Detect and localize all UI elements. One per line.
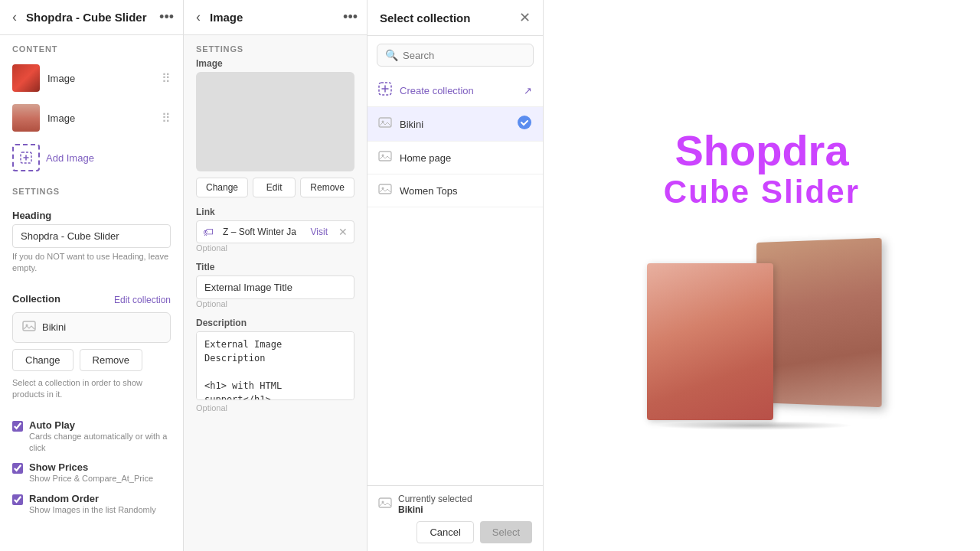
list-item[interactable]: Image ⠿ [0, 58, 183, 98]
cube-preview [647, 240, 877, 424]
currently-selected-row: Currently selected Bikini [378, 494, 532, 515]
cube-face-right [756, 238, 882, 407]
mid-settings-label: SETTINGS [184, 35, 367, 58]
collection-change-button[interactable]: Change [12, 349, 74, 371]
app-title: Shopdra - Cube Slider [26, 11, 153, 24]
create-collection-label: Create collection [400, 85, 474, 96]
collection-image-icon [22, 319, 36, 336]
left-panel: ‹ Shopdra - Cube Slider ••• CONTENT Imag… [0, 0, 184, 551]
random-order-label: Random Order [29, 493, 156, 504]
show-prices-checkbox[interactable] [12, 463, 23, 474]
cancel-button[interactable]: Cancel [416, 521, 473, 543]
search-input[interactable] [403, 50, 525, 61]
currently-selected-label: Currently selected [398, 494, 472, 504]
link-optional-label: Optional [196, 243, 354, 253]
collection-hint: Select a collection in order to show pro… [12, 377, 171, 401]
heading-input[interactable] [12, 224, 171, 248]
select-title: Select collection [380, 11, 470, 24]
collection-item-name-bikini: Bikini [400, 119, 509, 130]
add-image-row[interactable]: Add Image [0, 138, 183, 178]
collection-remove-button[interactable]: Remove [80, 349, 142, 371]
title-input[interactable] [196, 276, 354, 299]
link-box: 🏷 Z – Soft Winter Ja Visit ✕ [196, 220, 354, 243]
list-item[interactable]: Image ⠿ [0, 98, 183, 138]
left-panel-header: ‹ Shopdra - Cube Slider ••• [0, 0, 183, 35]
select-header: Select collection ✕ [368, 0, 543, 36]
footer-buttons: Cancel Select [378, 521, 532, 543]
main-preview: Shopdra Cube Slider [544, 0, 980, 551]
image-thumbnail-2 [12, 104, 40, 132]
random-order-row: Random Order Show Images in the list Ran… [12, 493, 171, 516]
preview-title: Shopdra Cube Slider [664, 127, 860, 210]
show-prices-row: Show Prices Show Price & Compare_At_Pric… [12, 461, 171, 484]
image-label-1: Image [47, 73, 154, 84]
cube-shadow [655, 421, 854, 430]
svg-rect-4 [379, 118, 391, 127]
drag-handle-2[interactable]: ⠿ [162, 111, 171, 126]
collection-item-name-homepage: Home page [400, 152, 532, 164]
preview-title-line2: Cube Slider [664, 174, 860, 210]
auto-play-section: Auto Play Cards change automatically or … [0, 410, 183, 533]
auto-play-row: Auto Play Cards change automatically or … [12, 419, 171, 455]
change-image-button[interactable]: Change [196, 178, 248, 197]
list-item[interactable]: Home page [368, 142, 543, 174]
collection-box: Bikini [12, 312, 171, 343]
more-options-button[interactable]: ••• [159, 9, 174, 25]
collection-row: Collection Edit collection [12, 293, 171, 308]
desc-field: Description External Image Description <… [196, 318, 354, 412]
search-icon: 🔍 [385, 49, 398, 61]
auto-play-checkbox[interactable] [12, 421, 23, 432]
image-field: Image Change Edit Remove [196, 58, 354, 197]
edit-collection-link[interactable]: Edit collection [114, 295, 171, 305]
mid-panel-title: Image [210, 11, 337, 24]
desc-optional-label: Optional [196, 403, 354, 412]
show-prices-label: Show Prices [29, 461, 153, 473]
image-action-row: Change Edit Remove [196, 178, 354, 197]
heading-section: Heading If you do NOT want to use Headin… [0, 201, 183, 284]
preview-title-line1: Shopdra [664, 127, 860, 174]
random-order-hint: Show Images in the list Randomly [29, 504, 156, 516]
link-visit-button[interactable]: Visit [306, 222, 332, 242]
select-collection-panel: Select collection ✕ 🔍 Create collection … [368, 0, 544, 551]
show-prices-hint: Show Price & Compare_At_Price [29, 473, 153, 484]
desc-textarea[interactable]: External Image Description <h1> with HTM… [196, 331, 354, 400]
selected-checkmark-icon [517, 115, 532, 133]
drag-handle-1[interactable]: ⠿ [162, 71, 171, 86]
collection-image-icon [378, 182, 392, 199]
create-collection-item[interactable]: Create collection ↗ [368, 74, 543, 107]
collection-btn-row: Change Remove [12, 349, 171, 371]
content-section-label: CONTENT [0, 35, 183, 58]
collection-image-icon [378, 116, 392, 132]
link-clear-button[interactable]: ✕ [332, 221, 354, 243]
svg-point-6 [518, 116, 531, 129]
currently-selected-name: Bikini [398, 504, 472, 515]
select-button[interactable]: Select [480, 521, 532, 543]
collection-label: Collection [12, 293, 60, 305]
collection-list: Create collection ↗ Bikini Home page [368, 74, 543, 485]
close-button[interactable]: ✕ [519, 9, 531, 26]
settings-section-label: SETTINGS [0, 178, 183, 201]
mid-back-button[interactable]: ‹ [193, 8, 204, 27]
title-field-label: Title [196, 262, 354, 272]
image-label-2: Image [47, 112, 154, 124]
edit-image-button[interactable]: Edit [253, 178, 296, 197]
mid-more-button[interactable]: ••• [343, 9, 358, 25]
heading-label: Heading [12, 210, 171, 221]
random-order-checkbox[interactable] [12, 494, 23, 505]
search-box: 🔍 [377, 44, 534, 67]
title-field: Title Optional [196, 262, 354, 308]
list-item[interactable]: Bikini [368, 107, 543, 142]
external-link-icon: ↗ [524, 85, 532, 96]
back-button[interactable]: ‹ [9, 8, 20, 27]
remove-image-button[interactable]: Remove [300, 178, 354, 197]
mid-panel-header: ‹ Image ••• [184, 0, 367, 35]
cube-face-left [647, 263, 773, 420]
select-footer: Currently selected Bikini Cancel Select [368, 485, 543, 551]
svg-rect-1 [23, 321, 35, 331]
auto-play-hint: Cards change automatically or with a cli… [29, 431, 171, 455]
image-thumbnail-1 [12, 64, 40, 92]
list-item[interactable]: Women Tops [368, 174, 543, 207]
title-optional-label: Optional [196, 299, 354, 308]
image-preview [196, 72, 354, 171]
link-text: Z – Soft Winter Ja [220, 222, 306, 242]
